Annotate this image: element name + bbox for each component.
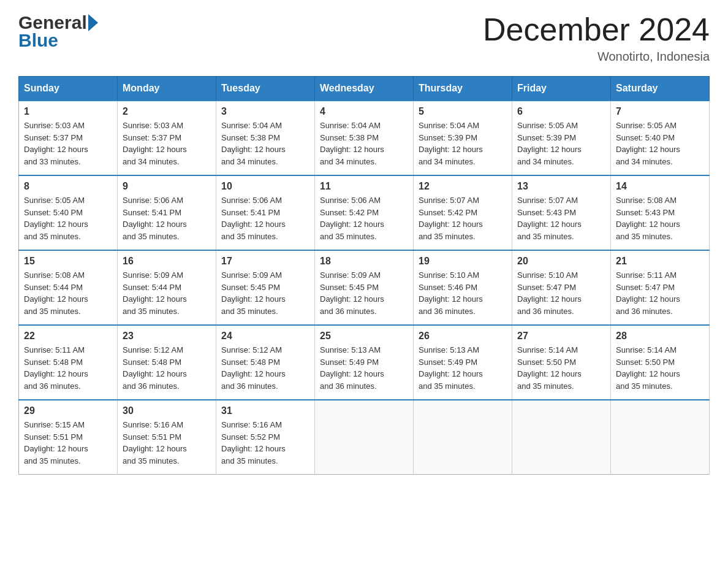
day-number: 18 — [320, 256, 408, 267]
day-cell: 19 Sunrise: 5:10 AM Sunset: 5:46 PM Dayl… — [414, 250, 512, 325]
day-info: Sunrise: 5:08 AM Sunset: 5:43 PM Dayligh… — [616, 194, 704, 242]
day-info: Sunrise: 5:07 AM Sunset: 5:42 PM Dayligh… — [419, 194, 507, 242]
day-number: 1 — [24, 106, 112, 117]
logo: General Blue — [18, 12, 98, 50]
day-info: Sunrise: 5:13 AM Sunset: 5:49 PM Dayligh… — [419, 344, 507, 392]
day-number: 22 — [24, 331, 112, 342]
day-cell: 23 Sunrise: 5:12 AM Sunset: 5:48 PM Dayl… — [118, 325, 216, 400]
day-cell: 30 Sunrise: 5:16 AM Sunset: 5:51 PM Dayl… — [118, 400, 216, 475]
week-row-4: 22 Sunrise: 5:11 AM Sunset: 5:48 PM Dayl… — [19, 325, 710, 400]
day-number: 30 — [123, 405, 211, 416]
day-info: Sunrise: 5:09 AM Sunset: 5:44 PM Dayligh… — [123, 269, 211, 317]
day-info: Sunrise: 5:05 AM Sunset: 5:40 PM Dayligh… — [616, 120, 704, 167]
day-number: 6 — [517, 106, 605, 117]
day-number: 21 — [616, 256, 704, 267]
day-cell: 25 Sunrise: 5:13 AM Sunset: 5:49 PM Dayl… — [315, 325, 414, 400]
day-info: Sunrise: 5:03 AM Sunset: 5:37 PM Dayligh… — [24, 120, 112, 167]
day-info: Sunrise: 5:03 AM Sunset: 5:37 PM Dayligh… — [123, 120, 211, 167]
col-header-saturday: Saturday — [611, 77, 710, 101]
day-info: Sunrise: 5:05 AM Sunset: 5:39 PM Dayligh… — [517, 120, 605, 167]
day-cell — [611, 400, 710, 475]
day-info: Sunrise: 5:04 AM Sunset: 5:39 PM Dayligh… — [419, 120, 507, 167]
logo-line2: Blue — [18, 30, 98, 50]
day-info: Sunrise: 5:09 AM Sunset: 5:45 PM Dayligh… — [221, 269, 309, 317]
day-number: 31 — [221, 405, 309, 416]
location-label: Wonotirto, Indonesia — [483, 50, 710, 64]
day-cell: 4 Sunrise: 5:04 AM Sunset: 5:38 PM Dayli… — [315, 101, 414, 175]
day-cell: 31 Sunrise: 5:16 AM Sunset: 5:52 PM Dayl… — [216, 400, 315, 475]
week-row-2: 8 Sunrise: 5:05 AM Sunset: 5:40 PM Dayli… — [19, 175, 710, 250]
day-number: 4 — [320, 106, 408, 117]
day-info: Sunrise: 5:07 AM Sunset: 5:43 PM Dayligh… — [517, 194, 605, 242]
day-cell: 21 Sunrise: 5:11 AM Sunset: 5:47 PM Dayl… — [611, 250, 710, 325]
day-info: Sunrise: 5:08 AM Sunset: 5:44 PM Dayligh… — [24, 269, 112, 317]
day-cell: 6 Sunrise: 5:05 AM Sunset: 5:39 PM Dayli… — [512, 101, 611, 175]
logo-arrow-icon — [88, 14, 98, 31]
calendar-table: SundayMondayTuesdayWednesdayThursdayFrid… — [18, 76, 710, 475]
day-cell: 1 Sunrise: 5:03 AM Sunset: 5:37 PM Dayli… — [19, 101, 118, 175]
col-header-tuesday: Tuesday — [216, 77, 315, 101]
day-cell: 10 Sunrise: 5:06 AM Sunset: 5:41 PM Dayl… — [216, 175, 315, 250]
day-number: 19 — [419, 256, 507, 267]
day-cell: 3 Sunrise: 5:04 AM Sunset: 5:38 PM Dayli… — [216, 101, 315, 175]
day-cell: 12 Sunrise: 5:07 AM Sunset: 5:42 PM Dayl… — [414, 175, 512, 250]
day-number: 28 — [616, 331, 704, 342]
day-info: Sunrise: 5:15 AM Sunset: 5:51 PM Dayligh… — [24, 419, 112, 467]
day-cell: 18 Sunrise: 5:09 AM Sunset: 5:45 PM Dayl… — [315, 250, 414, 325]
col-header-sunday: Sunday — [19, 77, 118, 101]
day-number: 17 — [221, 256, 309, 267]
day-number: 11 — [320, 181, 408, 192]
day-info: Sunrise: 5:06 AM Sunset: 5:41 PM Dayligh… — [221, 194, 309, 242]
day-cell: 26 Sunrise: 5:13 AM Sunset: 5:49 PM Dayl… — [414, 325, 512, 400]
day-number: 15 — [24, 256, 112, 267]
day-number: 13 — [517, 181, 605, 192]
col-header-wednesday: Wednesday — [315, 77, 414, 101]
day-number: 10 — [221, 181, 309, 192]
day-cell: 14 Sunrise: 5:08 AM Sunset: 5:43 PM Dayl… — [611, 175, 710, 250]
day-info: Sunrise: 5:06 AM Sunset: 5:41 PM Dayligh… — [123, 194, 211, 242]
day-cell: 11 Sunrise: 5:06 AM Sunset: 5:42 PM Dayl… — [315, 175, 414, 250]
col-header-friday: Friday — [512, 77, 611, 101]
day-info: Sunrise: 5:14 AM Sunset: 5:50 PM Dayligh… — [517, 344, 605, 392]
page-header: General Blue December 2024 Wonotirto, In… — [18, 12, 710, 64]
day-cell: 13 Sunrise: 5:07 AM Sunset: 5:43 PM Dayl… — [512, 175, 611, 250]
day-number: 27 — [517, 331, 605, 342]
day-cell: 28 Sunrise: 5:14 AM Sunset: 5:50 PM Dayl… — [611, 325, 710, 400]
day-info: Sunrise: 5:04 AM Sunset: 5:38 PM Dayligh… — [320, 120, 408, 167]
day-cell: 15 Sunrise: 5:08 AM Sunset: 5:44 PM Dayl… — [19, 250, 118, 325]
day-info: Sunrise: 5:06 AM Sunset: 5:42 PM Dayligh… — [320, 194, 408, 242]
day-info: Sunrise: 5:04 AM Sunset: 5:38 PM Dayligh… — [221, 120, 309, 167]
title-area: December 2024 Wonotirto, Indonesia — [483, 12, 710, 64]
day-cell: 17 Sunrise: 5:09 AM Sunset: 5:45 PM Dayl… — [216, 250, 315, 325]
day-number: 20 — [517, 256, 605, 267]
day-info: Sunrise: 5:13 AM Sunset: 5:49 PM Dayligh… — [320, 344, 408, 392]
day-cell: 20 Sunrise: 5:10 AM Sunset: 5:47 PM Dayl… — [512, 250, 611, 325]
week-row-1: 1 Sunrise: 5:03 AM Sunset: 5:37 PM Dayli… — [19, 101, 710, 175]
day-cell: 7 Sunrise: 5:05 AM Sunset: 5:40 PM Dayli… — [611, 101, 710, 175]
day-number: 25 — [320, 331, 408, 342]
day-number: 24 — [221, 331, 309, 342]
day-number: 26 — [419, 331, 507, 342]
col-header-thursday: Thursday — [414, 77, 512, 101]
week-row-5: 29 Sunrise: 5:15 AM Sunset: 5:51 PM Dayl… — [19, 400, 710, 475]
day-number: 2 — [123, 106, 211, 117]
week-row-3: 15 Sunrise: 5:08 AM Sunset: 5:44 PM Dayl… — [19, 250, 710, 325]
day-info: Sunrise: 5:12 AM Sunset: 5:48 PM Dayligh… — [123, 344, 211, 392]
day-cell: 2 Sunrise: 5:03 AM Sunset: 5:37 PM Dayli… — [118, 101, 216, 175]
day-number: 29 — [24, 405, 112, 416]
day-cell: 5 Sunrise: 5:04 AM Sunset: 5:39 PM Dayli… — [414, 101, 512, 175]
day-number: 12 — [419, 181, 507, 192]
day-number: 7 — [616, 106, 704, 117]
day-info: Sunrise: 5:16 AM Sunset: 5:52 PM Dayligh… — [221, 419, 309, 467]
day-number: 5 — [419, 106, 507, 117]
day-number: 23 — [123, 331, 211, 342]
day-info: Sunrise: 5:05 AM Sunset: 5:40 PM Dayligh… — [24, 194, 112, 242]
header-row: SundayMondayTuesdayWednesdayThursdayFrid… — [19, 77, 710, 101]
day-cell — [315, 400, 414, 475]
day-info: Sunrise: 5:09 AM Sunset: 5:45 PM Dayligh… — [320, 269, 408, 317]
day-cell: 22 Sunrise: 5:11 AM Sunset: 5:48 PM Dayl… — [19, 325, 118, 400]
month-title: December 2024 — [483, 12, 710, 47]
day-cell — [512, 400, 611, 475]
day-number: 16 — [123, 256, 211, 267]
day-info: Sunrise: 5:10 AM Sunset: 5:47 PM Dayligh… — [517, 269, 605, 317]
